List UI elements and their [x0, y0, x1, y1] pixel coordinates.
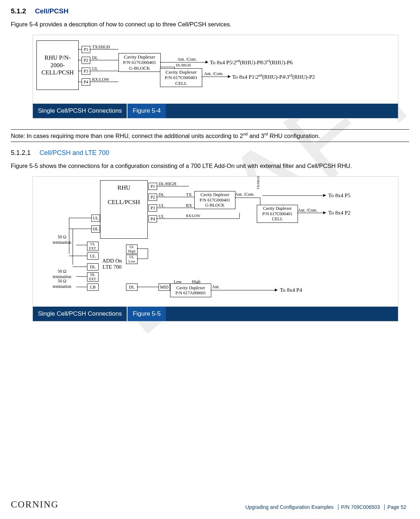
subsection-title: Cell/PCSH and LTE 700 [40, 149, 109, 156]
output1: To 8x4 P5\2nd(RHU)-P8\3rd(RHU)-P6 [210, 59, 293, 66]
footer-pn: P/N 709C006503 [338, 504, 383, 510]
out1: To 8x4 P5 [328, 193, 350, 199]
mid-port: MID [159, 284, 170, 291]
ant-label: Ant. /Com. [235, 192, 255, 197]
dup3-l1: Cavity Duplexer [176, 285, 205, 290]
ul-port: UL [91, 215, 100, 222]
ul-port2: UL [87, 252, 99, 260]
port-p3: P3 [82, 68, 90, 75]
section-title: Cell/PCSH [35, 7, 69, 15]
caption-left: Single Cell/PCSH Connections [33, 307, 127, 321]
port-p2: P2 [82, 57, 90, 64]
footer-section: Upgrading and Configuration Examples [245, 504, 336, 510]
figure-5-4-diagram: RHU P/N- 2000- CELL/PCSH P1 P2 P3 P4 TX/… [33, 35, 398, 104]
section-5-1-2-1-heading: 5.1.2.1 Cell/PCSH and LTE 700 [11, 149, 409, 157]
caption-right: Figure 5-4 [127, 104, 165, 118]
dup1-l3: G-BLOCK [205, 203, 224, 208]
txhigh-label: TX/HIGH [256, 176, 260, 189]
footer-page: Page 52 [384, 504, 409, 510]
subsection-number: 5.1.2.1 [11, 149, 31, 156]
port-p1: P1 [82, 46, 90, 53]
rhu-label: CELL/PCSH [42, 69, 74, 76]
figure-5-5-diagram: RHU CELL/PCSH P1 P2 P3 P4 DL/HIGH DL UL … [33, 177, 398, 307]
section-intro-text: Figure 5-4 provides a description of how… [11, 20, 409, 28]
dlext-port: DL EXT. [87, 272, 99, 282]
duplexer1-l3: G-BLOCK [129, 65, 150, 71]
subsection-intro-text: Figure 5-5 shows the connections for a c… [11, 162, 409, 170]
section-number: 5.1.2 [11, 7, 26, 15]
figure-5-5-caption: Single Cell/PCSH Connections Figure 5-5 [33, 307, 398, 321]
port-p4: P4 [82, 78, 90, 86]
rhu-label: 2000- [51, 62, 65, 69]
dup2-l2: P/N 617C000401 [262, 211, 293, 216]
duplexer2-l2: P/N 617C000401 [165, 75, 198, 81]
caption-right: Figure 5-5 [127, 307, 165, 321]
lb-port: LB [87, 284, 99, 291]
dup3-l2: P/N 617A008601 [176, 290, 206, 295]
term2: 50 Ω temination [53, 269, 71, 280]
output2: To 8x4 P1\2nd(RHU)-P4\3rd(RHU)-P2 [232, 73, 315, 80]
ant-label: Ant. /Com. [204, 71, 224, 77]
rhu-label: RHU P/N- [44, 54, 70, 61]
duplexer1-l1: Cavity Duplexer [124, 54, 155, 60]
ulext-port: UL EXT. [87, 242, 99, 251]
ant-label: Ant. /Com. [298, 208, 317, 213]
port-p4: P4 [148, 215, 157, 222]
rxlow-label: RX/LOW [186, 214, 200, 218]
ant-label: Ant. [212, 284, 220, 290]
caption-left: Single Cell/PCSH Connections [33, 104, 127, 118]
dlhigh-label: DL/HIGH [176, 63, 191, 67]
rhu-label: RHU [117, 184, 130, 191]
brand-logo: CORNING [11, 499, 59, 510]
dl-port2: DL [87, 263, 99, 271]
footer-meta: Upgrading and Configuration Examples P/N… [245, 504, 409, 510]
ant-label: Ant. /Com. [177, 57, 197, 62]
term1: 50 Ω temination [53, 234, 71, 245]
dup2-l3: CELL [272, 216, 283, 221]
figure-5-4: RHU P/N- 2000- CELL/PCSH P1 P2 P3 P4 TX/… [33, 35, 398, 118]
rhu-label: CELL/PCSH [108, 199, 140, 206]
note-text: Note: In cases requiring more than one R… [11, 130, 409, 142]
out3: To 8x4 P4 [280, 287, 302, 293]
duplexer2-l3: CELL [175, 81, 187, 86]
port-p3: P3 [148, 204, 157, 212]
dup2-l1: Cavity Duplexer [263, 206, 292, 211]
dup1-l2: P/N 617G000401 [200, 198, 230, 203]
section-5-1-2-heading: 5.1.2 Cell/PCSH [11, 7, 409, 15]
port-p2: P2 [148, 194, 157, 201]
addon-label: ADD OnLTE 700 [102, 258, 122, 270]
ullow-port: UL Low [126, 255, 138, 264]
figure-5-5: RHU CELL/PCSH P1 P2 P3 P4 DL/HIGH DL UL … [33, 176, 398, 321]
page-footer: CORNING Upgrading and Configuration Exam… [11, 499, 409, 510]
out2: To 8x4 P2 [328, 210, 350, 216]
figure-5-4-caption: Single Cell/PCSH Connections Figure 5-4 [33, 104, 398, 118]
port-p1: P1 [148, 183, 157, 190]
duplexer2-l1: Cavity Duplexer [165, 69, 196, 75]
ulhigh-port: UL High [126, 245, 138, 254]
dl2-port: DL [126, 284, 138, 291]
dup1-l1: Cavity Duplexer [200, 192, 229, 197]
term3: 50 Ω temination [53, 278, 71, 289]
duplexer1-l2: P/N 617G000401 [123, 60, 156, 65]
dl-port: DL [91, 225, 100, 233]
